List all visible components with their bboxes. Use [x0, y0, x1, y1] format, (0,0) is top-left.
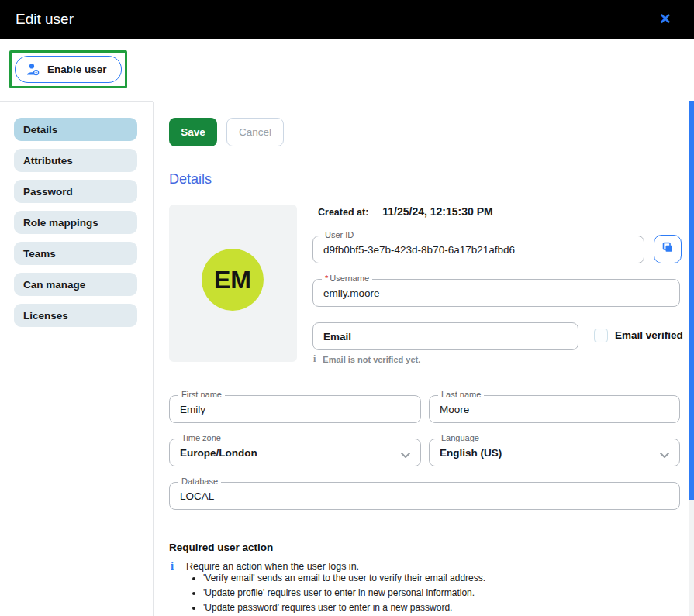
username-field-wrap: *Username: [312, 279, 680, 307]
language-select[interactable]: Language English (US): [429, 439, 680, 466]
email-verified-label: Email verified: [615, 329, 683, 341]
save-button[interactable]: Save: [169, 118, 217, 146]
created-at-value: 11/25/24, 12:15:30 PM: [382, 205, 492, 218]
avatar: EM: [202, 249, 264, 311]
chevron-down-icon: [400, 449, 411, 463]
language-value: English (US): [440, 439, 502, 466]
avatar-panel: EM: [169, 205, 297, 362]
person-status-icon: [26, 63, 40, 76]
sidebar-item-details[interactable]: Details: [14, 118, 137, 141]
copy-user-id-button[interactable]: [654, 235, 682, 263]
sidebar-item-teams[interactable]: Teams: [14, 242, 137, 265]
database-field-wrap: Database: [169, 482, 680, 510]
last-name-field-wrap: Last name: [429, 395, 680, 423]
close-icon[interactable]: ✕: [655, 9, 675, 29]
username-input[interactable]: [313, 280, 679, 306]
user-id-input[interactable]: [313, 236, 644, 263]
email-input[interactable]: [313, 323, 578, 349]
email-verified-checkbox[interactable]: [594, 329, 608, 342]
required-action-heading: Required user action: [169, 542, 273, 553]
enable-user-label: Enable user: [47, 64, 107, 75]
database-input[interactable]: [170, 483, 679, 509]
created-at-row: Created at: 11/25/24, 12:15:30 PM: [318, 205, 493, 218]
required-action-bullet: 'Update profile' requires user to enter …: [203, 586, 485, 601]
required-action-list: 'Verify email' sends an email to the use…: [189, 571, 485, 615]
sidebar-right-divider: [153, 102, 154, 616]
required-action-intro: Require an action when the user logs in.: [186, 561, 359, 572]
required-action-bullet: 'Update password' requires user to enter…: [203, 601, 485, 615]
edit-user-dialog: Edit user ✕ Enable user Details Attribut…: [0, 0, 694, 616]
info-icon: i: [171, 559, 174, 573]
info-icon: i: [313, 353, 316, 365]
last-name-input[interactable]: [430, 396, 679, 422]
time-zone-value: Europe/London: [180, 439, 257, 466]
email-field-wrap: [312, 322, 578, 350]
section-title: Details: [169, 171, 212, 188]
sidebar-item-password[interactable]: Password: [14, 180, 137, 203]
copy-icon: [661, 242, 674, 256]
required-action-bullet: 'Verify email' sends an email to the use…: [203, 571, 485, 586]
sidebar-item-role-mappings[interactable]: Role mappings: [14, 211, 137, 234]
enable-user-highlight: Enable user: [9, 50, 127, 88]
sidebar-item-can-manage[interactable]: Can manage: [14, 273, 137, 296]
chevron-down-icon: [659, 449, 670, 463]
first-name-field-wrap: First name: [169, 395, 421, 423]
cancel-button[interactable]: Cancel: [226, 118, 284, 146]
sidebar-item-attributes[interactable]: Attributes: [14, 149, 137, 172]
dialog-header: Edit user ✕: [0, 0, 694, 39]
user-id-field-wrap: User ID: [312, 236, 644, 263]
email-note-text: Email is not verified yet.: [323, 355, 420, 364]
sidebar-top-divider: [0, 101, 153, 102]
scrollbar-thumb[interactable]: [689, 101, 694, 500]
time-zone-select[interactable]: Time zone Europe/London: [169, 439, 421, 466]
dialog-title: Edit user: [16, 0, 74, 39]
email-note-row: i Email is not verified yet.: [313, 353, 420, 365]
enable-user-button[interactable]: Enable user: [15, 56, 122, 83]
created-at-label: Created at:: [318, 207, 368, 218]
first-name-input[interactable]: [170, 396, 420, 422]
sidebar-item-licenses[interactable]: Licenses: [14, 304, 137, 327]
